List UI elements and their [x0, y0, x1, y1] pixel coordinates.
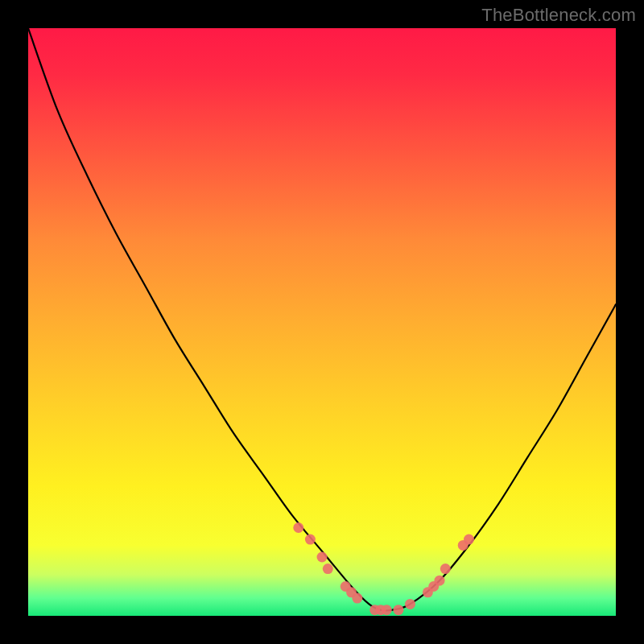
marker-dot: [352, 593, 362, 604]
marker-dot: [305, 535, 316, 545]
marker-dot: [393, 605, 403, 615]
marker-group: [293, 522, 474, 615]
marker-dot: [435, 576, 445, 586]
marker-dot: [464, 535, 474, 545]
marker-dot: [293, 522, 303, 533]
chart-frame: TheBottleneck.com: [0, 0, 644, 644]
curve-layer: [28, 28, 616, 616]
marker-dot: [405, 599, 415, 609]
watermark-text: TheBottleneck.com: [481, 5, 636, 26]
marker-dot: [382, 605, 392, 615]
plot-area: [28, 28, 616, 616]
bottleneck-curve: [28, 28, 616, 611]
marker-dot: [323, 564, 333, 574]
marker-dot: [440, 564, 451, 574]
marker-dot: [317, 552, 328, 563]
